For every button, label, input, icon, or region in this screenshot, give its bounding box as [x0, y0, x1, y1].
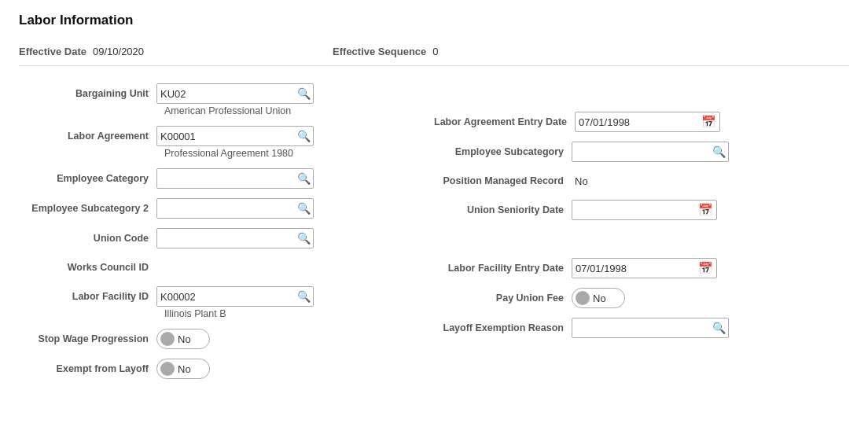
effective-date-value: 09/10/2020 — [93, 46, 144, 57]
labor-agreement-entry-date-input-wrap[interactable]: 📅 — [575, 112, 720, 132]
union-code-search-icon[interactable]: 🔍 — [294, 229, 313, 248]
union-seniority-date-row: Union Seniority Date 📅 — [434, 195, 849, 225]
labor-facility-entry-date-cal-icon[interactable]: 📅 — [694, 259, 716, 278]
bargaining-unit-input-wrap[interactable]: 🔍 — [156, 83, 314, 104]
stop-wage-progression-toggle-label: No — [178, 333, 191, 345]
labor-facility-entry-date-input-wrap[interactable]: 📅 — [572, 258, 717, 278]
works-council-spacer — [434, 225, 849, 253]
effective-date-pair: Effective Date 09/10/2020 — [19, 46, 144, 57]
bargaining-unit-input[interactable] — [157, 84, 294, 103]
labor-facility-id-input-wrap[interactable]: 🔍 — [156, 286, 314, 307]
employee-subcategory2-label: Employee Subcategory 2 — [19, 202, 156, 215]
works-council-id-row: Works Council ID — [19, 253, 434, 282]
employee-subcategory-input[interactable] — [572, 142, 709, 161]
exempt-from-layoff-label: Exempt from Layoff — [19, 363, 156, 375]
labor-facility-id-search-icon[interactable]: 🔍 — [294, 287, 313, 306]
employee-subcategory2-row: Employee Subcategory 2 🔍 — [19, 193, 434, 223]
union-seniority-date-cal-icon[interactable]: 📅 — [694, 201, 716, 219]
position-managed-record-row: Position Managed Record No — [434, 167, 849, 195]
pay-union-fee-toggle-label: No — [593, 293, 606, 304]
pay-union-fee-toggle[interactable]: No — [572, 288, 625, 308]
labor-agreement-entry-date-label: Labor Agreement Entry Date — [434, 116, 575, 128]
labor-facility-id-label: Labor Facility ID — [19, 290, 156, 303]
left-column: Bargaining Unit 🔍 American Professional … — [19, 79, 434, 384]
position-managed-record-value: No — [572, 175, 588, 187]
labor-agreement-entry-date-input[interactable] — [576, 112, 697, 131]
effective-sequence-label: Effective Sequence — [333, 46, 426, 57]
stop-wage-progression-row: Stop Wage Progression No — [19, 324, 434, 354]
labor-agreement-sublabel: Professional Agreement 1980 — [19, 146, 293, 162]
employee-subcategory-input-wrap[interactable]: 🔍 — [572, 142, 729, 162]
employee-subcategory2-search-icon[interactable]: 🔍 — [294, 199, 313, 218]
union-seniority-date-label: Union Seniority Date — [434, 204, 572, 216]
exempt-from-layoff-toggle-circle — [160, 362, 175, 376]
employee-category-row: Employee Category 🔍 — [19, 164, 434, 193]
labor-agreement-input[interactable] — [157, 127, 294, 145]
layoff-exemption-reason-search-icon[interactable]: 🔍 — [709, 318, 728, 337]
employee-category-label: Employee Category — [19, 172, 156, 185]
pay-union-fee-row: Pay Union Fee No — [434, 283, 849, 313]
layoff-exemption-reason-label: Layoff Exemption Reason — [434, 322, 572, 334]
pay-union-fee-label: Pay Union Fee — [434, 292, 572, 304]
employee-category-input[interactable] — [157, 169, 294, 188]
employee-subcategory-search-icon[interactable]: 🔍 — [709, 142, 728, 161]
effective-date-label: Effective Date — [19, 46, 86, 57]
position-managed-record-label: Position Managed Record — [434, 175, 572, 187]
bargaining-unit-search-icon[interactable]: 🔍 — [294, 84, 313, 103]
bargaining-unit-sublabel: American Professional Union — [19, 104, 291, 120]
union-code-label: Union Code — [19, 232, 156, 245]
labor-agreement-label: Labor Agreement — [19, 130, 156, 142]
union-seniority-date-input[interactable] — [572, 201, 694, 219]
employee-subcategory2-input[interactable] — [157, 199, 294, 218]
layoff-exemption-reason-input[interactable] — [572, 318, 709, 337]
labor-facility-id-sublabel: Illinois Plant B — [19, 307, 226, 322]
exempt-from-layoff-row: Exempt from Layoff No — [19, 354, 434, 384]
union-code-input-wrap[interactable]: 🔍 — [156, 228, 314, 248]
employee-subcategory-row: Employee Subcategory 🔍 — [434, 137, 849, 167]
stop-wage-progression-label: Stop Wage Progression — [19, 333, 156, 345]
labor-facility-entry-date-label: Labor Facility Entry Date — [434, 262, 572, 274]
labor-agreement-search-icon[interactable]: 🔍 — [294, 127, 313, 145]
labor-facility-id-input[interactable] — [157, 287, 294, 306]
layoff-exemption-reason-row: Layoff Exemption Reason 🔍 — [434, 313, 849, 343]
right-column: Labor Agreement Entry Date 📅 Employee Su… — [434, 79, 849, 384]
bargaining-unit-row: Bargaining Unit 🔍 American Professional … — [19, 79, 434, 121]
employee-category-input-wrap[interactable]: 🔍 — [156, 168, 314, 189]
employee-subcategory-label: Employee Subcategory — [434, 145, 572, 158]
labor-facility-id-row: Labor Facility ID 🔍 Illinois Plant B — [19, 282, 434, 324]
effective-sequence-pair: Effective Sequence 0 — [333, 46, 438, 57]
labor-facility-entry-date-row: Labor Facility Entry Date 📅 — [434, 253, 849, 283]
form-grid: Bargaining Unit 🔍 American Professional … — [19, 79, 849, 384]
union-seniority-date-input-wrap[interactable]: 📅 — [572, 200, 717, 220]
labor-agreement-row: Labor Agreement 🔍 Professional Agreement… — [19, 121, 434, 164]
bargaining-unit-label: Bargaining Unit — [19, 87, 156, 100]
works-council-id-label: Works Council ID — [19, 261, 156, 274]
effective-sequence-value: 0 — [432, 46, 438, 57]
labor-agreement-entry-date-cal-icon[interactable]: 📅 — [697, 112, 719, 131]
labor-agreement-entry-date-row: Labor Agreement Entry Date 📅 — [434, 107, 849, 137]
exempt-from-layoff-toggle[interactable]: No — [156, 359, 210, 379]
pay-union-fee-toggle-circle — [576, 291, 590, 305]
labor-agreement-input-wrap[interactable]: 🔍 — [156, 126, 314, 146]
layoff-exemption-reason-input-wrap[interactable]: 🔍 — [572, 318, 729, 338]
labor-agreement-entry-date-spacer — [434, 79, 849, 107]
effective-date-row: Effective Date 09/10/2020 Effective Sequ… — [19, 41, 849, 66]
union-code-input[interactable] — [157, 229, 294, 248]
employee-subcategory2-input-wrap[interactable]: 🔍 — [156, 198, 314, 219]
union-code-row: Union Code 🔍 — [19, 223, 434, 253]
page-title: Labor Information — [19, 13, 849, 28]
stop-wage-progression-toggle[interactable]: No — [156, 329, 210, 349]
labor-facility-entry-date-input[interactable] — [572, 259, 694, 278]
exempt-from-layoff-toggle-label: No — [178, 363, 191, 375]
stop-wage-progression-toggle-circle — [160, 332, 175, 346]
employee-category-search-icon[interactable]: 🔍 — [294, 169, 313, 188]
